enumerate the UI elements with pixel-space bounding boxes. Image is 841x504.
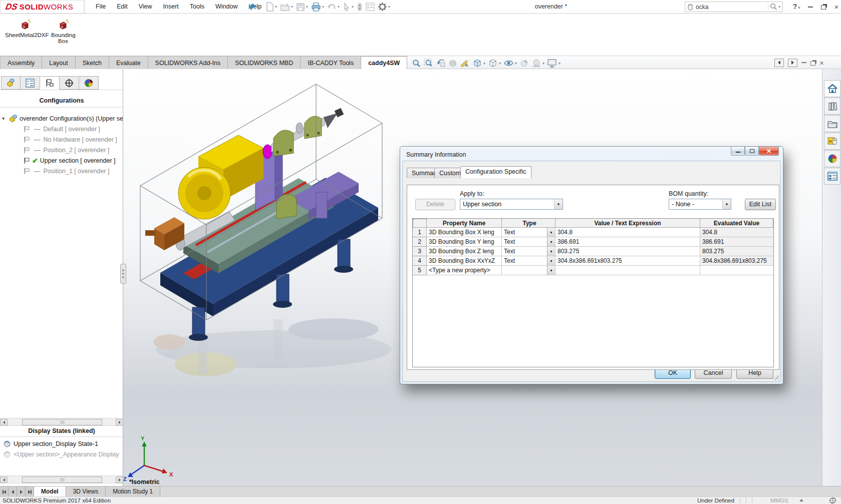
options-gear-icon[interactable]: ▾ — [377, 1, 391, 13]
tab-model[interactable]: Model — [34, 486, 66, 496]
bom-quantity-dropdown[interactable]: - None -▼ — [669, 199, 731, 210]
scrollbar-thumb[interactable] — [22, 419, 102, 425]
menu-edit[interactable]: Edit — [111, 0, 133, 14]
edit-appearance-icon[interactable] — [519, 59, 529, 68]
help-button[interactable]: ?▾ — [789, 2, 804, 12]
menu-insert[interactable]: Insert — [158, 0, 184, 14]
scroll-icon[interactable] — [356, 1, 364, 13]
tab-solidworks-add-ins[interactable]: SOLIDWORKS Add-Ins — [148, 56, 228, 69]
delete-button[interactable]: Delete — [415, 199, 455, 210]
select-all-corner-cell[interactable] — [413, 219, 427, 228]
menu-view[interactable]: View — [133, 0, 158, 14]
print-icon[interactable]: ▾ — [310, 1, 325, 13]
sheetmetal2dxf-button[interactable]: S SheetMetal2DXF — [3, 18, 47, 40]
panel-horizontal-scrollbar-2[interactable] — [0, 475, 123, 483]
scroll-right-arrow[interactable] — [116, 419, 123, 425]
edit-list-button[interactable]: Edit List — [745, 199, 776, 210]
search-icon[interactable] — [770, 3, 777, 11]
config-row-position-2[interactable]: —Position_2 [ overender ] — [0, 145, 123, 155]
configuration-manager-icon[interactable] — [40, 76, 60, 90]
display-manager-icon[interactable] — [79, 76, 99, 90]
menu-file[interactable]: File — [90, 0, 111, 14]
type-dropdown-icon[interactable]: ▼ — [547, 266, 555, 275]
type-dropdown-icon[interactable]: ▼ — [547, 247, 555, 256]
tab-configuration-specific[interactable]: Configuration Specific — [460, 166, 531, 178]
previous-view-icon[interactable] — [436, 59, 446, 68]
config-row-position-1[interactable]: —Position_1 [ overender ] — [0, 166, 123, 176]
apply-scene-icon[interactable]: ▾ — [531, 59, 544, 68]
dialog-maximize-button[interactable] — [745, 147, 759, 156]
col-type[interactable]: Type — [502, 219, 555, 228]
bounding-box-button[interactable]: S Bounding Box — [49, 18, 77, 46]
next-tab-button[interactable] — [17, 486, 26, 497]
type-dropdown-icon[interactable]: ▼ — [547, 256, 555, 265]
doc-close-button[interactable]: × — [819, 59, 824, 67]
property-manager-icon[interactable] — [21, 76, 40, 90]
zoom-to-fit-icon[interactable] — [412, 59, 421, 68]
globe-icon[interactable] — [829, 497, 836, 504]
tab-caddy4sw[interactable]: caddy4SW — [361, 56, 407, 69]
collapse-pane-right-icon[interactable] — [788, 59, 797, 67]
col-evaluated-value[interactable]: Evaluated Value — [700, 219, 773, 228]
view-palette-icon[interactable] — [824, 133, 840, 150]
scroll-right-arrow[interactable] — [116, 476, 123, 483]
design-library-icon[interactable] — [824, 98, 840, 115]
search-input[interactable]: ocka — [696, 4, 766, 11]
dialog-title[interactable]: Summary Information — [402, 149, 781, 161]
feature-manager-icon[interactable] — [1, 76, 21, 90]
dialog-close-button[interactable]: ✕ — [759, 147, 779, 156]
dimxpert-icon[interactable] — [60, 76, 79, 90]
search-box[interactable]: ocka ▾ — [685, 2, 783, 12]
apply-to-dropdown[interactable]: Upper section▼ — [460, 199, 563, 210]
chevron-down-icon[interactable]: ▼ — [722, 199, 731, 209]
table-row-new-property[interactable]: 5 <Type a new property> ▼ — [413, 266, 773, 275]
config-row-upper-section[interactable]: ✔ Upper section [ overender ] — [0, 155, 123, 166]
view-settings-icon[interactable]: ▾ — [547, 59, 560, 68]
task-list-icon[interactable] — [365, 1, 376, 13]
sketch-annotation-icon[interactable]: A — [460, 59, 470, 68]
type-dropdown-icon[interactable]: ▼ — [547, 228, 555, 237]
previous-tab-button[interactable] — [9, 486, 17, 497]
tree-expander-icon[interactable]: ▾ — [0, 116, 7, 121]
doc-restore-button[interactable] — [810, 61, 815, 66]
table-row[interactable]: 3 3D Bounding Box Z leng Text▼ 803.275 8… — [413, 247, 773, 256]
config-row-default[interactable]: —Default [ overender ] — [0, 124, 123, 134]
collapse-pane-left-icon[interactable] — [774, 59, 784, 67]
tab-assembly[interactable]: Assembly — [0, 56, 42, 69]
pin-menubar-icon[interactable] — [247, 2, 257, 12]
appearances-icon[interactable] — [824, 150, 840, 167]
menu-window[interactable]: Window — [210, 0, 243, 14]
tab-3d-views[interactable]: 3D Views — [66, 486, 106, 496]
save-icon[interactable]: ▾ — [295, 1, 309, 13]
tab-ib-caddy-tools[interactable]: IB-CADDY Tools — [301, 56, 361, 69]
units-label[interactable]: MMGS — [770, 497, 788, 503]
table-row[interactable]: 4 3D Bounding Box XxYxZ Text▼ 304.8x386.… — [413, 256, 773, 266]
file-explorer-icon[interactable] — [824, 115, 840, 132]
section-view-icon[interactable] — [448, 59, 457, 68]
tab-evaluate[interactable]: Evaluate — [109, 56, 148, 69]
window-restore-button[interactable] — [817, 2, 829, 12]
tab-motion-study-1[interactable]: Motion Study 1 — [106, 486, 160, 496]
panel-splitter-handle[interactable] — [120, 264, 126, 284]
open-icon[interactable]: ▾ — [279, 1, 294, 13]
config-row-no-hardware[interactable]: —No Hardware [ overender ] — [0, 134, 123, 145]
first-tab-button[interactable] — [0, 486, 9, 497]
col-value-expression[interactable]: Value / Text Expression — [555, 219, 700, 228]
undo-icon[interactable]: ▾ — [326, 1, 341, 13]
scroll-left-arrow[interactable] — [0, 476, 8, 483]
window-minimize-button[interactable] — [804, 2, 816, 12]
select-cursor-icon[interactable]: ▾ — [342, 1, 355, 13]
view-orientation-icon[interactable]: ▾ — [472, 58, 485, 68]
doc-minimize-button[interactable] — [801, 62, 806, 63]
menu-tools[interactable]: Tools — [184, 0, 210, 14]
type-dropdown-icon[interactable]: ▼ — [547, 237, 555, 246]
display-state-row-active[interactable]: Upper section_Display State-1 — [3, 438, 123, 449]
custom-properties-icon[interactable] — [824, 168, 840, 185]
col-property-name[interactable]: Property Name — [427, 219, 502, 228]
tab-layout[interactable]: Layout — [42, 56, 76, 69]
hide-show-items-icon[interactable]: ▾ — [503, 59, 517, 68]
display-style-icon[interactable]: ▾ — [488, 58, 501, 68]
table-row[interactable]: 1 3D Bounding Box X leng Text▼ 304.8 304… — [413, 228, 773, 237]
configuration-root-row[interactable]: ▾ overender Configuration(s) (Upper se — [0, 113, 123, 124]
last-tab-button[interactable] — [26, 486, 34, 497]
